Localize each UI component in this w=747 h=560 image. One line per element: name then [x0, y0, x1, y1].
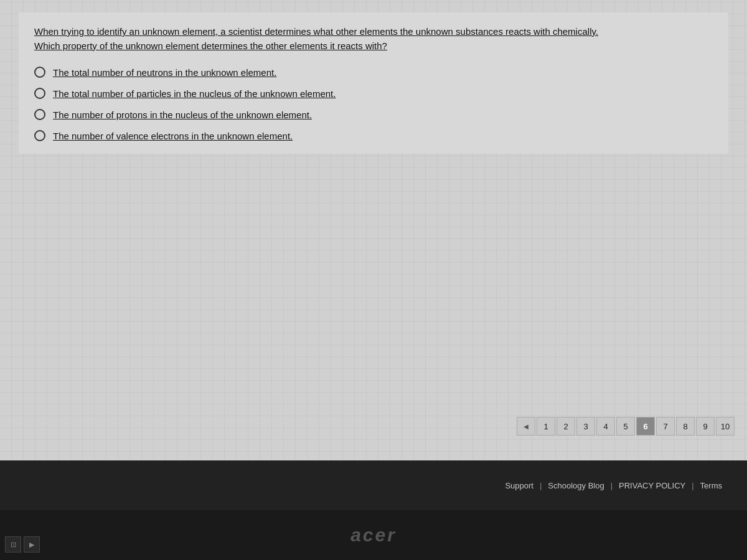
page-button-9[interactable]: 9: [696, 417, 715, 436]
footer: Support | Schoology Blog | PRIVACY POLIC…: [0, 460, 747, 510]
prev-page-button[interactable]: ◄: [517, 417, 535, 436]
page-button-3[interactable]: 3: [576, 417, 595, 436]
taskbar-nav-button[interactable]: ▶: [24, 536, 40, 553]
radio-button-2[interactable]: [34, 88, 45, 99]
option-4[interactable]: The number of valence electrons in the u…: [34, 130, 713, 141]
footer-support-link[interactable]: Support: [499, 481, 540, 490]
pagination: ◄ 1 2 3 4 5 6 7 8 9 10: [517, 417, 735, 436]
main-content: When trying to identify an unknown eleme…: [0, 0, 747, 510]
radio-button-1[interactable]: [34, 67, 45, 78]
taskbar-start-button[interactable]: ⊡: [5, 536, 21, 553]
nav-icon: ▶: [29, 541, 34, 549]
page-button-6[interactable]: 6: [636, 417, 655, 436]
question-area: When trying to identify an unknown eleme…: [19, 12, 728, 154]
page-button-5[interactable]: 5: [616, 417, 635, 436]
radio-button-4[interactable]: [34, 130, 45, 141]
option-label-1: The total number of neutrons in the unkn…: [53, 67, 276, 78]
option-3[interactable]: The number of protons in the nucleus of …: [34, 109, 713, 120]
page-button-4[interactable]: 4: [596, 417, 615, 436]
page-button-1[interactable]: 1: [537, 417, 555, 436]
question-line2: Which property of the unknown element de…: [34, 40, 387, 51]
question-text: When trying to identify an unknown eleme…: [34, 25, 713, 53]
footer-blog-link[interactable]: Schoology Blog: [542, 481, 610, 490]
option-2[interactable]: The total number of particles in the nuc…: [34, 88, 713, 99]
question-line1: When trying to identify an unknown eleme…: [34, 26, 598, 37]
option-label-2: The total number of particles in the nuc…: [53, 88, 336, 99]
acer-logo: acer: [350, 525, 397, 546]
footer-terms-link[interactable]: Terms: [694, 481, 728, 490]
page-button-10[interactable]: 10: [716, 417, 735, 436]
taskbar: ⊡ ▶ acer: [0, 510, 747, 560]
taskbar-controls: ⊡ ▶: [5, 536, 40, 553]
page-button-8[interactable]: 8: [676, 417, 695, 436]
answer-options: The total number of neutrons in the unkn…: [34, 67, 713, 141]
footer-privacy-link[interactable]: PRIVACY POLICY: [613, 481, 692, 490]
page-button-2[interactable]: 2: [557, 417, 575, 436]
start-icon: ⊡: [11, 541, 16, 549]
option-label-3: The number of protons in the nucleus of …: [53, 110, 312, 120]
option-label-4: The number of valence electrons in the u…: [53, 131, 293, 141]
option-1[interactable]: The total number of neutrons in the unkn…: [34, 67, 713, 78]
radio-button-3[interactable]: [34, 109, 45, 120]
page-button-7[interactable]: 7: [656, 417, 675, 436]
